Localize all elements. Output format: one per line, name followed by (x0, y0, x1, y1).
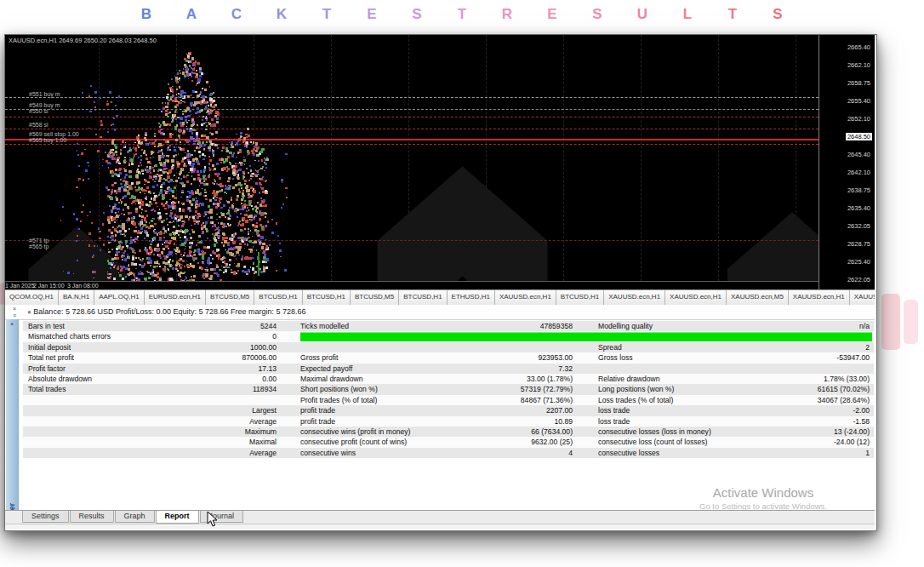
chart-tab[interactable]: BTCUSD,M5 (206, 290, 254, 305)
trade-marker (118, 161, 120, 163)
trade-marker (141, 212, 143, 214)
chart-tab[interactable]: XAUUSD.ecn,H1 (604, 290, 665, 305)
report-value: 13 (-24.00) (619, 427, 870, 436)
chart-tab[interactable]: XAUUSD.ecn,H1 (850, 290, 875, 305)
price-label: 2635.40 (847, 204, 870, 212)
trade-marker (206, 183, 208, 186)
close-icon[interactable]: × (9, 321, 15, 328)
trade-marker (126, 220, 128, 221)
price-label: 2632.05 (847, 222, 870, 230)
trade-marker (165, 106, 168, 109)
trade-marker (261, 148, 265, 152)
title-letter: T (440, 6, 485, 23)
chart-tab[interactable]: QCOM.OQ,H1 (5, 290, 59, 305)
trade-marker (111, 249, 113, 250)
trade-marker (167, 268, 168, 270)
trade-marker (254, 272, 255, 274)
trade-marker (221, 266, 223, 267)
chart-tab[interactable]: XAUUSD.ecn,H1 (789, 290, 850, 305)
trade-marker (182, 113, 185, 116)
time-label: 2 Jan 15:00 (33, 283, 65, 289)
trade-marker (211, 118, 213, 120)
chart-tab[interactable]: XAUUSD.ecn,M5 (727, 290, 789, 305)
trade-marker (265, 258, 269, 261)
trade-marker (240, 213, 242, 215)
trade-marker (191, 80, 193, 82)
trade-marker (239, 243, 242, 245)
trade-marker (125, 276, 127, 278)
trade-marker (182, 168, 184, 169)
trade-marker (265, 190, 267, 192)
chart-tab[interactable]: BTCUSD,M5 (351, 290, 399, 305)
trade-marker (206, 267, 208, 269)
chart-tab[interactable]: ETHUSD,H1 (448, 290, 495, 305)
trade-marker (194, 139, 196, 140)
tab-graph[interactable]: Graph (115, 511, 155, 523)
trade-marker (256, 146, 260, 150)
list-icon[interactable]: ≡ (11, 312, 18, 319)
trade-marker (161, 149, 163, 152)
tab-settings[interactable]: Settings (22, 511, 69, 523)
trade-marker (197, 83, 198, 84)
chart-tab[interactable]: EURUSD.ecn,H1 (145, 290, 206, 305)
trade-marker (246, 144, 248, 146)
trade-marker (203, 180, 205, 182)
trade-marker (115, 234, 117, 237)
chart-tab[interactable]: BTCUSD,H1 (303, 290, 351, 305)
trade-marker (208, 217, 209, 219)
activate-windows-watermark: Activate Windows Go to Settings to activ… (652, 485, 875, 511)
time-label: 1 Jan 2025 (5, 283, 35, 289)
trade-marker (128, 192, 130, 194)
trade-marker (99, 231, 101, 233)
trade-marker (133, 163, 134, 164)
trade-marker (248, 200, 250, 202)
trade-marker (183, 175, 185, 178)
tab-report[interactable]: Report (156, 511, 199, 524)
trade-marker (177, 250, 180, 254)
trade-marker (118, 163, 121, 165)
trade-marker (100, 97, 102, 100)
trade-marker (169, 112, 171, 113)
chart-tab[interactable]: BTCUSD,H1 (254, 290, 302, 305)
trade-marker (111, 140, 114, 143)
tester-tab-bar: SettingsResultsGraphReportJournal (5, 510, 875, 524)
trade-marker (117, 220, 118, 221)
trade-marker (204, 192, 207, 194)
trade-marker (170, 180, 172, 182)
close-icon[interactable]: × (11, 306, 18, 312)
trade-marker (94, 110, 96, 112)
report-value: 57319 (72.79%) (423, 385, 573, 393)
trade-marker (205, 214, 207, 215)
trade-marker (182, 95, 184, 97)
trade-marker (106, 160, 108, 163)
trade-marker (164, 266, 166, 267)
trade-marker (174, 202, 176, 204)
trade-marker (145, 144, 148, 146)
trade-marker (188, 69, 190, 71)
trade-marker (114, 129, 117, 131)
trade-marker (176, 104, 179, 106)
trade-marker (146, 215, 149, 217)
trade-marker (256, 249, 258, 251)
trade-marker (157, 206, 158, 208)
trade-marker (178, 225, 180, 226)
title-letter: A (169, 6, 214, 23)
trade-marker (151, 271, 153, 272)
trade-marker (162, 253, 163, 255)
chart-tab[interactable]: BTCUSD,H1 (556, 290, 604, 305)
trade-marker (93, 255, 94, 256)
price-label: 2638.75 (847, 186, 870, 194)
chart-tab[interactable]: BTCUSD,H1 (399, 290, 447, 305)
chart-tab[interactable]: XAUUSD.ecn,H1 (495, 290, 556, 305)
chart-tab[interactable]: AAPL.OQ,H1 (94, 290, 145, 305)
trade-marker (194, 72, 196, 74)
chart-tab[interactable]: XAUUSD.ecn,H1 (665, 290, 727, 305)
trade-marker (159, 238, 162, 241)
tab-results[interactable]: Results (70, 511, 114, 523)
chart-tab[interactable]: BA.N,H1 (59, 290, 94, 305)
trade-marker (207, 246, 210, 249)
trade-marker (149, 166, 151, 169)
trade-marker (112, 139, 115, 141)
time-axis: 1 Jan 20252 Jan 15:003 Jan 08:00 (5, 281, 818, 289)
chart-plot-area[interactable]: #551 buy m#549 buy m#550 sl#558 sl#569 s… (5, 35, 818, 281)
